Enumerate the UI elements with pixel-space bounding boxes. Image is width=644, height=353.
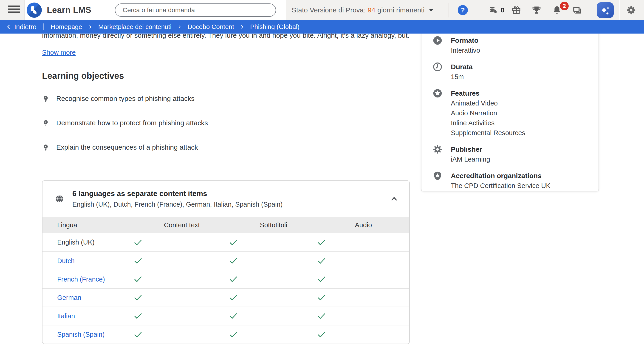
language-link[interactable]: Dutch bbox=[42, 252, 134, 270]
audio-check bbox=[318, 233, 409, 252]
breadcrumb-item-homepage[interactable]: Homepage bbox=[51, 23, 82, 31]
breadcrumb-item-docebo-content[interactable]: Docebo Content bbox=[188, 23, 234, 31]
app-window: Learn LMS Stato Versione di Prova: 94 gi… bbox=[0, 0, 644, 353]
messages-button[interactable] bbox=[572, 5, 582, 15]
trophy-icon bbox=[532, 5, 542, 15]
rewards-button[interactable] bbox=[511, 5, 521, 15]
subtitles-check bbox=[230, 307, 318, 325]
check-icon bbox=[230, 239, 237, 245]
ai-assistant-button[interactable] bbox=[597, 2, 614, 18]
hamburger-menu-button[interactable] bbox=[8, 6, 20, 15]
detail-label: Accreditation organizations bbox=[451, 171, 550, 181]
points-button[interactable] bbox=[488, 5, 498, 15]
sparkles-icon bbox=[600, 5, 610, 16]
check-icon bbox=[318, 332, 326, 337]
subtitles-check bbox=[230, 270, 318, 288]
back-label: Indietro bbox=[14, 23, 36, 31]
collapse-button[interactable] bbox=[390, 195, 398, 203]
chevron-right-icon bbox=[178, 25, 182, 29]
languages-table: Lingua Content text Sottotitoli Audio En… bbox=[42, 217, 409, 343]
back-button[interactable]: Indietro bbox=[6, 23, 36, 31]
topbar-divider bbox=[592, 0, 592, 20]
shield-star-icon bbox=[432, 171, 442, 181]
detail-label: Formato bbox=[451, 35, 480, 46]
detail-features: Features Animated Video Audio Narration … bbox=[432, 88, 589, 138]
course-description-column: information, money directly or something… bbox=[42, 34, 410, 344]
help-button[interactable]: ? bbox=[458, 5, 468, 15]
trial-status-prefix: Stato Versione di Prova: bbox=[292, 6, 366, 14]
detail-value: Audio Narration bbox=[451, 108, 525, 118]
clock-icon bbox=[432, 62, 442, 72]
settings-button[interactable] bbox=[626, 5, 636, 15]
chevron-up-icon bbox=[391, 196, 398, 201]
table-row-italian: Italian bbox=[42, 307, 409, 325]
subtitles-check bbox=[230, 325, 318, 343]
show-more-link[interactable]: Show more bbox=[42, 49, 76, 56]
logo-text: Learn LMS bbox=[47, 5, 92, 15]
detail-value: iAM Learning bbox=[451, 154, 490, 164]
gift-icon bbox=[511, 5, 521, 15]
content-text-check bbox=[134, 270, 230, 288]
breadcrumb: Homepage Marketplace dei contenuti Doceb… bbox=[51, 23, 300, 31]
table-row-german: German bbox=[42, 288, 409, 307]
audio-check bbox=[318, 325, 409, 343]
subtitles-check bbox=[230, 252, 318, 270]
star-circle-icon bbox=[432, 88, 442, 98]
check-icon bbox=[230, 332, 237, 337]
content-text-check bbox=[134, 307, 230, 325]
detail-value: Inline Activities bbox=[451, 118, 525, 128]
app-logo[interactable]: Learn LMS bbox=[27, 3, 92, 18]
detail-value: Interattivo bbox=[451, 46, 480, 55]
detail-label: Durata bbox=[451, 62, 473, 72]
subtitles-check bbox=[230, 233, 318, 252]
lightbulb-icon bbox=[42, 95, 50, 102]
objective-item: Demonstrate how to protect from phishing… bbox=[42, 118, 410, 128]
language-link[interactable]: German bbox=[42, 288, 134, 307]
language-link[interactable]: French (France) bbox=[42, 270, 134, 288]
languages-card-header: 6 languages as separate content items En… bbox=[42, 181, 409, 217]
globe-icon bbox=[55, 194, 64, 203]
column-header-content-text: Content text bbox=[134, 217, 230, 233]
content-text-check bbox=[134, 233, 230, 252]
breadcrumb-item-marketplace[interactable]: Marketplace dei contenuti bbox=[98, 23, 172, 31]
check-icon bbox=[134, 276, 142, 282]
help-icon: ? bbox=[461, 7, 465, 14]
check-icon bbox=[318, 258, 326, 264]
search-input[interactable] bbox=[115, 4, 276, 17]
content-text-check bbox=[134, 252, 230, 270]
languages-table-header-row: Lingua Content text Sottotitoli Audio bbox=[42, 217, 409, 233]
course-details-panel: Formato Interattivo Durata 15m bbox=[421, 34, 599, 191]
gamification-button[interactable] bbox=[532, 5, 542, 15]
notifications-badge: 2 bbox=[560, 2, 569, 10]
learning-objectives-title: Learning objectives bbox=[42, 71, 410, 81]
languages-card-subtitle: English (UK), Dutch, French (France), Ge… bbox=[72, 201, 282, 208]
search-box bbox=[115, 4, 276, 17]
breadcrumb-divider bbox=[44, 24, 44, 30]
topbar-divider bbox=[620, 0, 620, 20]
detail-value: 15m bbox=[451, 72, 473, 82]
back-chevron-icon bbox=[6, 24, 12, 30]
objective-text: Explain the consequences of a phishing a… bbox=[56, 143, 198, 151]
check-icon bbox=[134, 332, 142, 337]
detail-accreditation: Accreditation organizations The CPD Cert… bbox=[432, 171, 589, 191]
chevron-right-icon bbox=[88, 25, 92, 29]
chat-icon bbox=[572, 5, 582, 15]
play-circle-icon bbox=[432, 35, 442, 46]
check-icon bbox=[318, 295, 326, 301]
lightbulb-icon bbox=[42, 119, 50, 127]
languages-card: 6 languages as separate content items En… bbox=[42, 180, 410, 344]
trial-status-dropdown[interactable]: Stato Versione di Prova: 94 giorni riman… bbox=[292, 0, 434, 20]
language-link[interactable]: Spanish (Spain) bbox=[42, 325, 134, 343]
points-count: 0 bbox=[501, 0, 504, 20]
objective-item: Recognise common types of phishing attac… bbox=[42, 94, 410, 103]
check-icon bbox=[230, 258, 237, 264]
language-link[interactable]: Italian bbox=[42, 307, 134, 325]
languages-card-heading: 6 languages as separate content items En… bbox=[72, 189, 282, 208]
audio-check bbox=[318, 288, 409, 307]
check-icon bbox=[318, 276, 326, 282]
content-text-check bbox=[134, 325, 230, 343]
check-icon bbox=[230, 295, 237, 301]
gear-icon bbox=[432, 144, 442, 154]
chevron-right-icon bbox=[240, 25, 244, 29]
main-content: information, money directly or something… bbox=[0, 34, 644, 353]
